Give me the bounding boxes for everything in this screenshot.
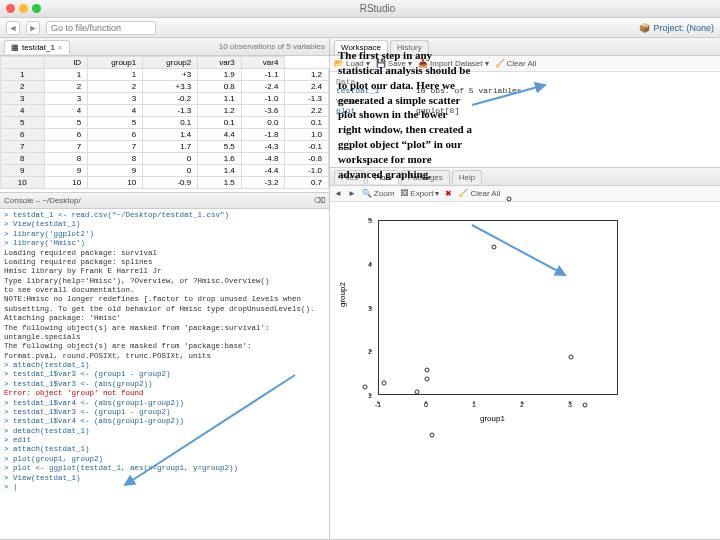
forward-icon[interactable]: ► xyxy=(26,21,40,35)
back-icon[interactable]: ◄ xyxy=(6,21,20,35)
console-title: Console – ~/Desktop/ xyxy=(4,196,81,205)
minimize-icon[interactable] xyxy=(19,4,28,13)
table-icon: ▦ xyxy=(11,43,19,52)
arrow-to-console xyxy=(120,370,300,490)
console-header: Console – ~/Desktop/ ⌫ xyxy=(0,193,329,209)
x-axis-label: group1 xyxy=(480,414,505,423)
project-label: Project: (None) xyxy=(653,23,714,33)
close-icon[interactable] xyxy=(6,4,15,13)
source-info: 10 observations of 5 variables xyxy=(219,42,325,51)
close-tab-icon[interactable]: × xyxy=(58,43,63,52)
svg-line-0 xyxy=(472,85,545,105)
tab-label: testdat_1 xyxy=(22,43,55,52)
console-clear-icon[interactable]: ⌫ xyxy=(314,196,325,205)
plot-back-icon[interactable]: ◄ xyxy=(334,189,342,198)
data-viewer[interactable]: IDgroup1group2var3var4111+31.9-1.11.2222… xyxy=(0,56,329,192)
y-axis-label: group2 xyxy=(338,282,347,307)
goto-file-input[interactable] xyxy=(46,21,156,35)
plot-fwd-icon[interactable]: ► xyxy=(348,189,356,198)
window-controls[interactable] xyxy=(6,4,41,13)
svg-line-1 xyxy=(472,225,565,275)
app-title: RStudio xyxy=(41,3,714,14)
project-menu[interactable]: 📦 Project: (None) xyxy=(639,23,714,33)
main-toolbar: ◄ ► 📦 Project: (None) xyxy=(0,18,720,38)
zoom-icon: 🔍 xyxy=(362,189,372,198)
clear-button[interactable]: 🧹Clear All xyxy=(495,59,537,68)
svg-line-2 xyxy=(125,375,295,485)
zoom-button[interactable]: 🔍Zoom xyxy=(362,189,394,198)
export-icon: 🖼 xyxy=(400,189,408,198)
arrow-to-plot xyxy=(470,220,570,280)
remove-plot-icon[interactable]: ✖ xyxy=(445,189,452,198)
broom-icon: 🧹 xyxy=(495,59,505,68)
arrow-to-workspace xyxy=(470,80,550,110)
broom-icon: 🧹 xyxy=(458,189,468,198)
zoom-icon[interactable] xyxy=(32,4,41,13)
clear-plots-button[interactable]: 🧹Clear All xyxy=(458,189,500,198)
source-tabs: ▦ testdat_1 × 10 observations of 5 varia… xyxy=(0,38,329,56)
plots-toolbar: ◄ ► 🔍Zoom 🖼Export▾ ✖ 🧹Clear All xyxy=(330,186,720,202)
export-button[interactable]: 🖼Export▾ xyxy=(400,189,439,198)
window-titlebar: RStudio xyxy=(0,0,720,18)
annotation-text: The first step in any statistical analys… xyxy=(338,48,473,182)
tab-testdat[interactable]: ▦ testdat_1 × xyxy=(4,40,70,54)
project-icon: 📦 xyxy=(639,23,650,33)
